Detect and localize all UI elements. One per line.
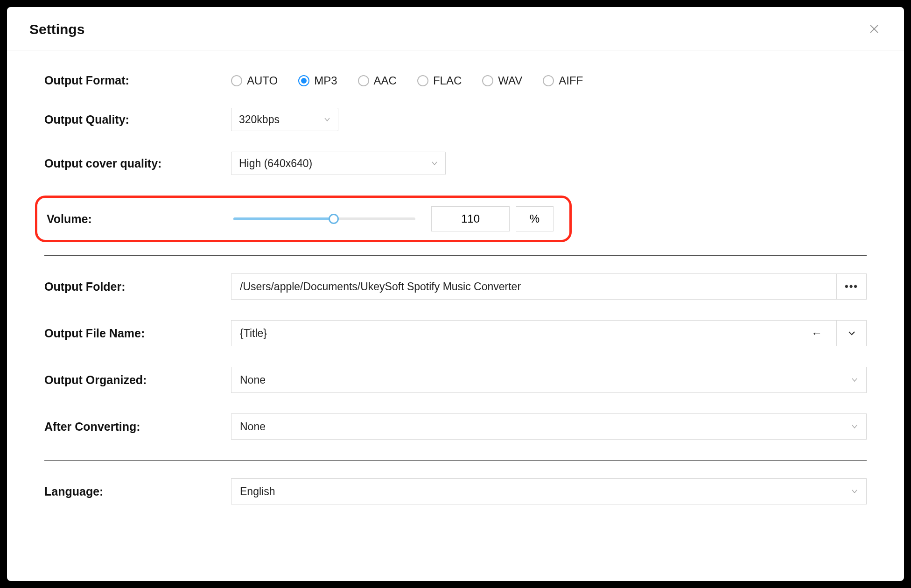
filename-options-button[interactable] <box>837 320 867 346</box>
label-volume: Volume: <box>47 212 233 226</box>
language-value: English <box>240 485 275 498</box>
radio-flac[interactable]: FLAC <box>417 74 462 87</box>
radio-label: AUTO <box>247 74 278 87</box>
output-organized-select[interactable]: None <box>231 367 867 393</box>
row-output-quality: Output Quality: 320kbps <box>44 108 867 131</box>
volume-highlight: Volume: % <box>35 196 572 242</box>
radio-icon <box>543 75 554 86</box>
output-folder-input[interactable] <box>231 273 837 300</box>
row-output-organized: Output Organized: None <box>44 367 867 393</box>
chevron-down-icon <box>324 115 330 124</box>
chevron-down-icon <box>851 422 858 431</box>
radio-auto[interactable]: AUTO <box>231 74 278 87</box>
volume-input[interactable] <box>431 206 510 231</box>
label-output-folder: Output Folder: <box>44 280 231 294</box>
output-organized-value: None <box>240 374 266 386</box>
radio-label: AIFF <box>559 74 583 87</box>
cover-quality-value: High (640x640) <box>239 157 312 170</box>
dialog-title: Settings <box>29 21 84 37</box>
browse-folder-button[interactable]: ••• <box>837 273 867 300</box>
volume-unit: % <box>516 206 554 231</box>
row-language: Language: English <box>44 478 867 504</box>
language-select[interactable]: English <box>231 478 867 504</box>
chevron-down-icon <box>851 487 858 496</box>
output-filename-input[interactable]: {Title} ← <box>231 320 837 346</box>
ellipsis-icon: ••• <box>845 280 858 293</box>
radio-label: FLAC <box>433 74 462 87</box>
row-after-converting: After Converting: None <box>44 413 867 440</box>
slider-thumb[interactable] <box>329 214 339 224</box>
close-button[interactable] <box>867 20 882 39</box>
output-quality-select[interactable]: 320kbps <box>231 108 338 131</box>
slider-fill <box>233 217 334 220</box>
volume-slider[interactable] <box>233 217 415 220</box>
label-output-quality: Output Quality: <box>44 113 231 126</box>
cover-quality-select[interactable]: High (640x640) <box>231 152 446 175</box>
chevron-down-icon <box>851 376 858 384</box>
radio-icon <box>298 75 309 86</box>
section-divider <box>44 255 867 256</box>
row-output-format: Output Format: AUTOMP3AACFLACWAVAIFF <box>44 74 867 87</box>
radio-label: AAC <box>374 74 397 87</box>
radio-wav[interactable]: WAV <box>482 74 522 87</box>
dialog-content: Output Format: AUTOMP3AACFLACWAVAIFF Out… <box>7 50 904 523</box>
row-output-filename: Output File Name: {Title} ← <box>44 320 867 346</box>
label-after-converting: After Converting: <box>44 420 231 434</box>
row-output-folder: Output Folder: ••• <box>44 273 867 300</box>
label-output-format: Output Format: <box>44 74 231 87</box>
label-language: Language: <box>44 485 231 498</box>
output-format-radiogroup: AUTOMP3AACFLACWAVAIFF <box>231 74 867 87</box>
output-quality-value: 320kbps <box>239 113 280 126</box>
label-cover-quality: Output cover quality: <box>44 157 231 170</box>
label-output-filename: Output File Name: <box>44 327 231 340</box>
radio-icon <box>417 75 428 86</box>
chevron-down-icon <box>431 159 438 168</box>
radio-icon <box>231 75 242 86</box>
section-divider <box>44 460 867 461</box>
radio-aiff[interactable]: AIFF <box>543 74 583 87</box>
radio-aac[interactable]: AAC <box>358 74 397 87</box>
arrow-left-icon: ← <box>811 327 822 340</box>
radio-label: MP3 <box>314 74 337 87</box>
radio-mp3[interactable]: MP3 <box>298 74 337 87</box>
after-converting-select[interactable]: None <box>231 413 867 440</box>
after-converting-value: None <box>240 420 266 433</box>
row-cover-quality: Output cover quality: High (640x640) <box>44 152 867 175</box>
dialog-header: Settings <box>7 7 904 50</box>
close-icon <box>869 23 880 35</box>
chevron-down-icon <box>848 330 855 336</box>
radio-icon <box>482 75 493 86</box>
radio-icon <box>358 75 369 86</box>
settings-dialog: Settings Output Format: AUTOMP3AACFLACWA… <box>7 7 904 581</box>
radio-label: WAV <box>498 74 522 87</box>
volume-control: % <box>233 206 554 231</box>
output-filename-value: {Title} <box>240 327 267 340</box>
label-output-organized: Output Organized: <box>44 373 231 387</box>
